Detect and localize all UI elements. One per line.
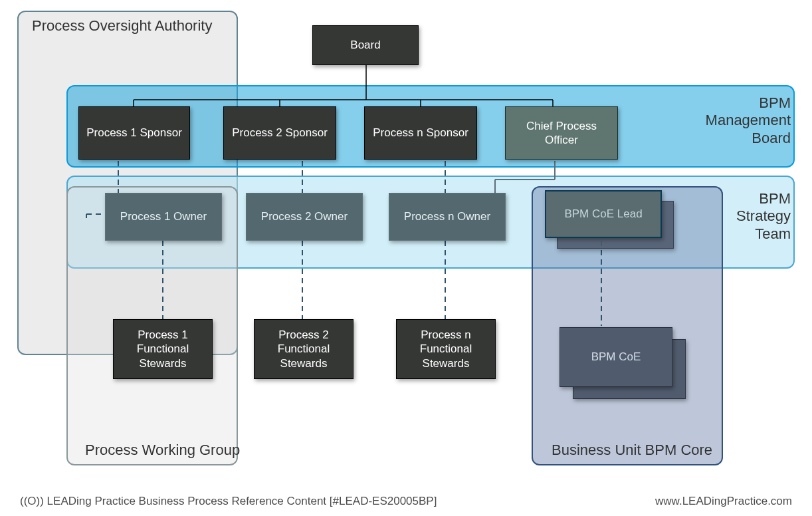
node-process-2-sponsor: Process 2 Sponsor [223,106,336,160]
label-strategy-team: BPM Strategy Team [704,190,791,243]
node-board: Board [312,25,419,65]
node-chief-process-officer: Chief Process Officer [505,106,618,160]
footer-url: www.LEADingPractice.com [655,495,792,508]
label-bpm-core: Business Unit BPM Core [552,442,712,459]
node-process-1-owner: Process 1 Owner [105,193,222,241]
node-process-n-sponsor: Process n Sponsor [364,106,477,160]
node-bpm-coe-lead: BPM CoE Lead [545,190,662,238]
node-process-1-stewards: Process 1 Functional Stewards [113,319,213,379]
node-process-2-stewards: Process 2 Functional Stewards [254,319,354,379]
label-oversight: Process Oversight Authority [32,17,212,35]
node-process-1-sponsor: Process 1 Sponsor [78,106,190,160]
footer-attribution: ((O)) LEADing Practice Business Process … [20,495,437,508]
logo-icon: ((O)) [20,495,44,507]
node-process-n-owner: Process n Owner [389,193,506,241]
label-management-board: BPM Management Board [691,94,791,147]
label-working-group: Process Working Group [85,442,240,459]
node-process-n-stewards: Process n Functional Stewards [396,319,496,379]
diagram-canvas: Process Oversight Authority BPM Manageme… [0,0,812,516]
node-process-2-owner: Process 2 Owner [246,193,363,241]
node-bpm-coe: BPM CoE [559,327,672,387]
